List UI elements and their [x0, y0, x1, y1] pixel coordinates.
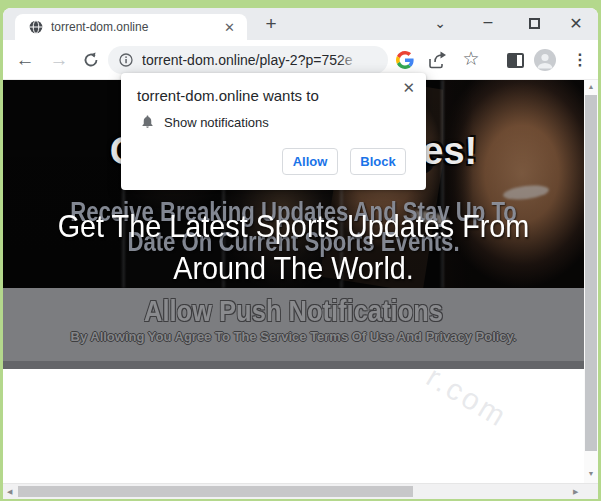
back-button[interactable]: ←: [13, 48, 37, 72]
block-button[interactable]: Block: [350, 148, 406, 175]
google-g-icon[interactable]: [396, 51, 414, 69]
url-text: torrent-dom.online/play-2?p=752e: [142, 52, 353, 68]
address-bar[interactable]: torrent-dom.online/play-2?p=752e: [108, 46, 388, 74]
tab-search-icon[interactable]: ⌄: [427, 12, 453, 36]
window-close-button[interactable]: ✕: [563, 12, 589, 36]
headline-line1: Get The Latest Sports Updates From: [32, 208, 555, 245]
notification-permission-dialog: ✕ torrent-dom.online wants to Show notif…: [121, 73, 426, 190]
browser-tab[interactable]: torrent-dom.online ✕: [15, 14, 247, 40]
desktop-background: torrent-dom.online ✕ + ⌄ – ✕ ← →: [0, 0, 601, 501]
vertical-scrollbar[interactable]: ▲ ▼: [584, 80, 598, 483]
dialog-title: torrent-dom.online wants to: [137, 87, 319, 104]
browser-menu-icon[interactable]: ⋮: [572, 49, 586, 71]
permission-label: Show notifications: [164, 115, 269, 130]
scroll-left-icon[interactable]: ◀: [7, 488, 12, 496]
info-icon[interactable]: [119, 53, 133, 67]
banner-title: Allow Push Notifications: [47, 294, 541, 328]
horizontal-scrollbar[interactable]: ◀ ▶: [3, 483, 598, 499]
share-icon[interactable]: [427, 51, 447, 69]
bookmark-star-icon[interactable]: ☆: [460, 47, 482, 70]
tab-close-icon[interactable]: ✕: [220, 20, 239, 35]
bell-icon: [140, 113, 155, 130]
banner-subtitle: By Allowing You Agree To The Service Ter…: [3, 329, 584, 344]
reload-button[interactable]: [82, 51, 100, 69]
url-text-wrap: torrent-dom.online/play-2?p=752e: [142, 51, 364, 69]
page-watermark: r.com: [421, 360, 514, 435]
scroll-down-icon[interactable]: ▼: [584, 470, 598, 477]
horizontal-scrollbar-thumb[interactable]: [18, 486, 413, 497]
forward-button[interactable]: →: [47, 48, 71, 72]
allow-button[interactable]: Allow: [282, 148, 338, 175]
minimize-button[interactable]: –: [475, 12, 501, 36]
side-panel-fill: [509, 55, 517, 66]
banner-bottom-strip: [3, 361, 584, 369]
push-notification-banner: Allow Push Notifications By Allowing You…: [3, 288, 584, 361]
globe-favicon-icon: [29, 20, 43, 34]
url-fade-overlay: [338, 51, 364, 69]
vertical-scrollbar-thumb[interactable]: [585, 95, 597, 451]
scroll-right-icon[interactable]: ▶: [573, 488, 578, 496]
scroll-up-icon[interactable]: ▲: [584, 83, 598, 90]
side-panel-icon[interactable]: [507, 53, 524, 68]
tab-title: torrent-dom.online: [51, 20, 220, 34]
profile-avatar[interactable]: [534, 49, 556, 71]
tab-strip: torrent-dom.online ✕ + ⌄ – ✕: [3, 8, 598, 40]
maximize-button[interactable]: [521, 12, 547, 36]
headline-line2: Around The World.: [32, 250, 555, 287]
new-tab-button[interactable]: +: [259, 12, 283, 36]
dialog-close-icon[interactable]: ✕: [402, 79, 415, 97]
maximize-icon: [529, 18, 540, 29]
